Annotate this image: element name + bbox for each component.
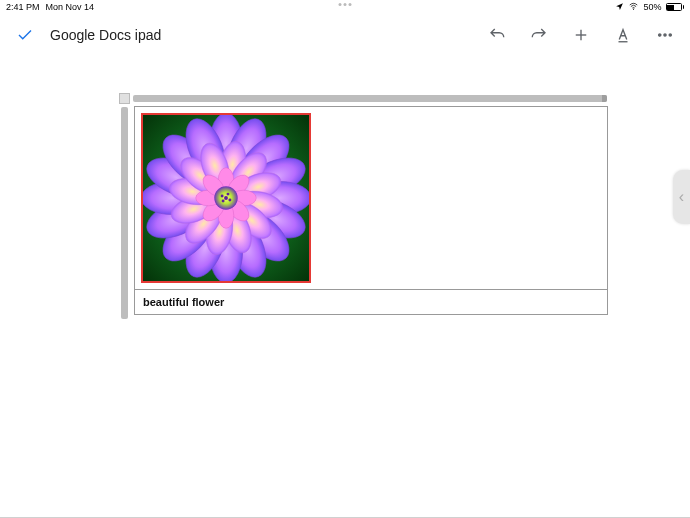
battery-icon — [666, 3, 685, 11]
battery-percent: 50% — [643, 2, 661, 12]
caption-text: beautiful flower — [143, 296, 224, 308]
more-button[interactable] — [654, 24, 676, 46]
side-panel-tab[interactable]: ‹ — [673, 170, 690, 224]
svg-point-5 — [664, 34, 666, 36]
flower-image[interactable] — [141, 113, 311, 283]
document-title[interactable]: Google Docs ipad — [50, 27, 472, 43]
location-icon — [615, 2, 624, 13]
undo-button[interactable] — [486, 24, 508, 46]
document-page[interactable]: beautiful flower — [134, 106, 608, 315]
multitask-dots-icon[interactable] — [339, 3, 352, 6]
svg-point-48 — [226, 193, 229, 196]
svg-point-47 — [222, 199, 225, 202]
status-time: 2:41 PM — [6, 2, 40, 12]
svg-point-46 — [228, 198, 231, 201]
svg-point-6 — [669, 34, 671, 36]
text-format-button[interactable] — [612, 24, 634, 46]
caption-cell[interactable]: beautiful flower — [135, 289, 607, 314]
insert-button[interactable] — [570, 24, 592, 46]
svg-point-0 — [633, 8, 634, 9]
svg-point-45 — [224, 196, 228, 200]
redo-button[interactable] — [528, 24, 550, 46]
svg-point-4 — [659, 34, 661, 36]
confirm-button[interactable] — [14, 24, 36, 46]
svg-point-49 — [221, 195, 224, 198]
horizontal-ruler[interactable] — [133, 95, 607, 102]
wifi-icon — [628, 2, 639, 13]
vertical-ruler[interactable] — [121, 107, 128, 319]
ruler-corner — [119, 93, 130, 104]
status-date: Mon Nov 14 — [46, 2, 95, 12]
image-cell[interactable] — [135, 107, 607, 289]
status-bar: 2:41 PM Mon Nov 14 50% — [0, 0, 690, 14]
app-toolbar: Google Docs ipad — [0, 14, 690, 56]
